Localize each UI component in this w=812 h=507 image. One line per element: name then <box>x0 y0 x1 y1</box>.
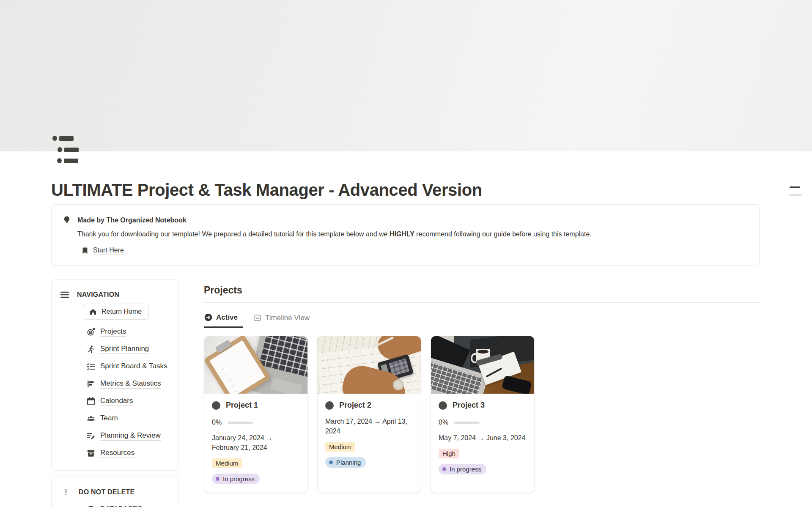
do-not-delete-box: DO NOT DELETE DATABASES <box>51 477 178 507</box>
project-card-3[interactable]: Project 3 0% May 7, 2024 → June 3, 2024 … <box>431 336 535 493</box>
status-badge: In progress <box>439 464 486 474</box>
target-icon <box>86 327 96 337</box>
page-title[interactable]: ULTIMATE Project & Task Manager - Advanc… <box>51 180 760 200</box>
made-by-callout: Made by The Organized Notebook Thank you… <box>51 204 760 266</box>
status-dot-icon <box>442 467 446 471</box>
list-icon-row <box>57 158 78 163</box>
priority-badge: High <box>439 449 459 458</box>
progress-row: 0% <box>212 419 300 426</box>
return-home-label: Return Home <box>102 308 142 315</box>
project-status-dot <box>439 401 447 410</box>
progress-percent: 0% <box>212 419 222 426</box>
progress-row: 0% <box>439 419 527 426</box>
start-here-link[interactable]: Start Here <box>93 247 124 255</box>
project-1-cover-photo <box>204 336 307 394</box>
progress-percent: 0% <box>439 419 448 426</box>
project-card-1[interactable]: Project 1 0% January 24, 2024 → February… <box>204 336 308 493</box>
sidebar-item-calendars[interactable]: Calendars <box>86 392 171 410</box>
house-icon <box>89 307 97 316</box>
status-dot-icon <box>216 477 219 481</box>
project-title: Project 2 <box>339 401 371 410</box>
project-dates: May 7, 2024 → June 3, 2024 <box>439 433 527 443</box>
tab-timeline-view[interactable]: Timeline View <box>253 313 310 327</box>
sidebar-item-metrics-statistics[interactable]: Metrics & Statistics <box>86 375 171 392</box>
progress-bar <box>228 422 253 424</box>
list-icon-row <box>58 147 79 152</box>
projects-heading: Projects <box>204 285 760 296</box>
danger-section-heading: DO NOT DELETE <box>79 488 134 496</box>
checklist-icon <box>86 362 96 371</box>
project-title: Project 1 <box>226 401 258 410</box>
bookmark-icon <box>81 247 89 255</box>
database-icon <box>86 505 96 507</box>
lightbulb-icon <box>62 215 72 225</box>
sidebar-item-databases[interactable]: DATABASES <box>86 501 171 507</box>
status-badge: In progress <box>212 474 260 484</box>
sidebar-item-projects[interactable]: Projects <box>86 323 171 340</box>
status-badge: Planning <box>325 457 366 468</box>
progress-bar <box>454 422 480 424</box>
bar-chart-icon <box>86 379 96 389</box>
outline-dash-icon <box>789 194 802 196</box>
project-status-dot <box>325 401 334 410</box>
outline-indicator[interactable] <box>789 186 802 196</box>
priority-badge: Medium <box>212 458 242 468</box>
status-dot-icon <box>329 460 333 464</box>
project-title: Project 3 <box>453 401 485 410</box>
sidebar-item-resources[interactable]: Resources <box>86 444 171 462</box>
exclamation-icon <box>62 487 70 497</box>
navigation-sidebar: NAVIGATION Return Home <box>51 279 178 507</box>
callout-body: Thank you for downloading our template! … <box>77 229 747 239</box>
project-gallery: Project 1 0% January 24, 2024 → February… <box>204 336 760 493</box>
project-3-cover-photo <box>431 336 534 394</box>
project-dates: March 17, 2024 → April 13, 2024 <box>325 417 413 436</box>
project-card-2[interactable]: Project 2 March 17, 2024 → April 13, 202… <box>317 336 421 493</box>
view-tabs: Active Timeline View <box>204 313 760 327</box>
list-icon-row <box>52 136 74 141</box>
section-divider <box>204 302 760 303</box>
tab-active[interactable]: Active <box>204 313 243 328</box>
calendar-icon <box>86 397 96 406</box>
sidebar-item-planning-review[interactable]: Planning & Review <box>86 427 171 444</box>
sidebar-item-team[interactable]: Team <box>86 410 171 427</box>
notion-page: ULTIMATE Project & Task Manager - Advanc… <box>0 0 812 507</box>
sidebar-item-sprint-planning[interactable]: Sprint Planning <box>86 340 171 358</box>
page-cover-image[interactable] <box>0 0 812 151</box>
nav-section-heading: NAVIGATION <box>77 291 119 299</box>
project-dates: January 24, 2024 → February 21, 2024 <box>212 433 300 452</box>
hamburger-menu-icon <box>60 290 70 300</box>
page-icon-bulleted-list[interactable] <box>52 134 82 165</box>
list-pencil-icon <box>86 431 96 441</box>
callout-heading: Made by The Organized Notebook <box>77 217 187 224</box>
return-home-button[interactable]: Return Home <box>83 304 149 320</box>
sidebar-item-sprint-board-tasks[interactable]: Sprint Board & Tasks <box>86 358 171 375</box>
project-status-dot <box>212 401 220 410</box>
timeline-view-icon <box>253 313 262 322</box>
runner-icon <box>86 345 96 354</box>
people-icon <box>86 414 96 423</box>
project-2-cover-photo <box>318 336 421 394</box>
archive-box-icon <box>86 449 96 458</box>
outline-dash-icon <box>790 186 800 188</box>
arrow-circle-icon <box>204 313 213 322</box>
projects-section: Projects Active <box>204 279 760 493</box>
navigation-box: NAVIGATION Return Home <box>51 279 178 471</box>
priority-badge: Medium <box>325 442 355 452</box>
callout-bold-word: HIGHLY <box>390 230 414 238</box>
